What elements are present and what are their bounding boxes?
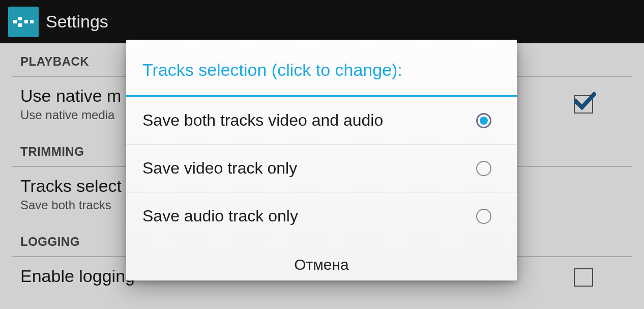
radio-both-tracks[interactable]: [476, 113, 491, 128]
svg-rect-4: [30, 20, 34, 23]
option-label: Save audio track only: [142, 207, 298, 226]
cancel-button[interactable]: Отмена: [282, 252, 361, 277]
option-audio-only[interactable]: Save audio track only: [126, 192, 517, 240]
option-both-tracks[interactable]: Save both tracks video and audio: [126, 97, 517, 145]
svg-rect-0: [13, 20, 17, 23]
option-label: Save video track only: [142, 159, 297, 178]
checkbox-enable-logging[interactable]: [574, 268, 593, 287]
app-header: Settings: [0, 0, 644, 43]
svg-rect-3: [24, 20, 28, 23]
app-icon: [8, 7, 39, 37]
option-label: Save both tracks video and audio: [142, 111, 383, 130]
dialog-title: Tracks selection (click to change):: [126, 40, 517, 95]
radio-video-only[interactable]: [476, 161, 491, 176]
checkbox-native-media[interactable]: [574, 95, 593, 114]
svg-rect-1: [18, 17, 22, 20]
option-video-only[interactable]: Save video track only: [126, 145, 517, 192]
svg-rect-2: [18, 23, 22, 27]
tracks-selection-dialog: Tracks selection (click to change): Save…: [126, 40, 517, 280]
page-title: Settings: [46, 12, 108, 32]
radio-audio-only[interactable]: [476, 209, 491, 224]
